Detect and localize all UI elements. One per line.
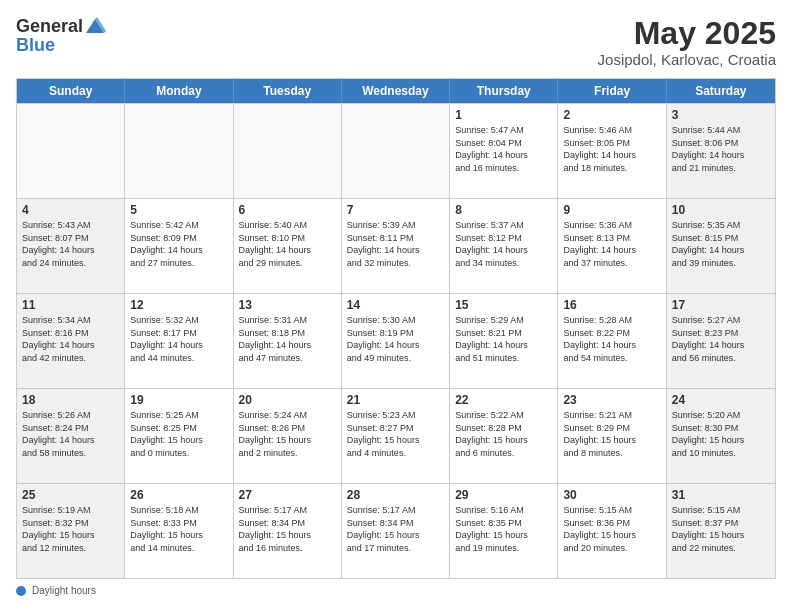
cell-text: Sunrise: 5:46 AMSunset: 8:05 PMDaylight:… bbox=[563, 124, 660, 174]
day-number: 30 bbox=[563, 488, 660, 502]
cell-text: Sunrise: 5:21 AMSunset: 8:29 PMDaylight:… bbox=[563, 409, 660, 459]
day-number: 10 bbox=[672, 203, 770, 217]
header-cell-friday: Friday bbox=[558, 79, 666, 103]
calendar-cell: 24Sunrise: 5:20 AMSunset: 8:30 PMDayligh… bbox=[667, 389, 775, 483]
title-section: May 2025 Josipdol, Karlovac, Croatia bbox=[598, 16, 776, 68]
cell-text: Sunrise: 5:18 AMSunset: 8:33 PMDaylight:… bbox=[130, 504, 227, 554]
footer: Daylight hours bbox=[16, 585, 776, 596]
calendar-cell: 5Sunrise: 5:42 AMSunset: 8:09 PMDaylight… bbox=[125, 199, 233, 293]
calendar-cell: 20Sunrise: 5:24 AMSunset: 8:26 PMDayligh… bbox=[234, 389, 342, 483]
day-number: 24 bbox=[672, 393, 770, 407]
calendar-cell: 15Sunrise: 5:29 AMSunset: 8:21 PMDayligh… bbox=[450, 294, 558, 388]
logo-blue-text: Blue bbox=[16, 35, 106, 56]
calendar-cell: 11Sunrise: 5:34 AMSunset: 8:16 PMDayligh… bbox=[17, 294, 125, 388]
cell-text: Sunrise: 5:17 AMSunset: 8:34 PMDaylight:… bbox=[239, 504, 336, 554]
day-number: 31 bbox=[672, 488, 770, 502]
day-number: 9 bbox=[563, 203, 660, 217]
day-number: 27 bbox=[239, 488, 336, 502]
calendar-cell: 8Sunrise: 5:37 AMSunset: 8:12 PMDaylight… bbox=[450, 199, 558, 293]
cell-text: Sunrise: 5:27 AMSunset: 8:23 PMDaylight:… bbox=[672, 314, 770, 364]
day-number: 23 bbox=[563, 393, 660, 407]
day-number: 14 bbox=[347, 298, 444, 312]
cell-text: Sunrise: 5:36 AMSunset: 8:13 PMDaylight:… bbox=[563, 219, 660, 269]
calendar-row-1: 1Sunrise: 5:47 AMSunset: 8:04 PMDaylight… bbox=[17, 103, 775, 198]
calendar-row-2: 4Sunrise: 5:43 AMSunset: 8:07 PMDaylight… bbox=[17, 198, 775, 293]
day-number: 3 bbox=[672, 108, 770, 122]
location: Josipdol, Karlovac, Croatia bbox=[598, 51, 776, 68]
calendar-cell: 30Sunrise: 5:15 AMSunset: 8:36 PMDayligh… bbox=[558, 484, 666, 578]
cell-text: Sunrise: 5:47 AMSunset: 8:04 PMDaylight:… bbox=[455, 124, 552, 174]
cell-text: Sunrise: 5:20 AMSunset: 8:30 PMDaylight:… bbox=[672, 409, 770, 459]
calendar-cell bbox=[125, 104, 233, 198]
day-number: 26 bbox=[130, 488, 227, 502]
day-number: 1 bbox=[455, 108, 552, 122]
cell-text: Sunrise: 5:15 AMSunset: 8:36 PMDaylight:… bbox=[563, 504, 660, 554]
cell-text: Sunrise: 5:34 AMSunset: 8:16 PMDaylight:… bbox=[22, 314, 119, 364]
day-number: 22 bbox=[455, 393, 552, 407]
day-number: 29 bbox=[455, 488, 552, 502]
cell-text: Sunrise: 5:28 AMSunset: 8:22 PMDaylight:… bbox=[563, 314, 660, 364]
calendar-cell: 28Sunrise: 5:17 AMSunset: 8:34 PMDayligh… bbox=[342, 484, 450, 578]
calendar-cell: 7Sunrise: 5:39 AMSunset: 8:11 PMDaylight… bbox=[342, 199, 450, 293]
calendar-cell: 27Sunrise: 5:17 AMSunset: 8:34 PMDayligh… bbox=[234, 484, 342, 578]
calendar-cell: 13Sunrise: 5:31 AMSunset: 8:18 PMDayligh… bbox=[234, 294, 342, 388]
footer-label: Daylight hours bbox=[32, 585, 96, 596]
calendar-cell: 19Sunrise: 5:25 AMSunset: 8:25 PMDayligh… bbox=[125, 389, 233, 483]
header-cell-saturday: Saturday bbox=[667, 79, 775, 103]
day-number: 6 bbox=[239, 203, 336, 217]
calendar-cell: 25Sunrise: 5:19 AMSunset: 8:32 PMDayligh… bbox=[17, 484, 125, 578]
day-number: 15 bbox=[455, 298, 552, 312]
calendar-cell: 12Sunrise: 5:32 AMSunset: 8:17 PMDayligh… bbox=[125, 294, 233, 388]
cell-text: Sunrise: 5:32 AMSunset: 8:17 PMDaylight:… bbox=[130, 314, 227, 364]
day-number: 18 bbox=[22, 393, 119, 407]
header: General Blue May 2025 Josipdol, Karlovac… bbox=[16, 16, 776, 68]
cell-text: Sunrise: 5:39 AMSunset: 8:11 PMDaylight:… bbox=[347, 219, 444, 269]
cell-text: Sunrise: 5:42 AMSunset: 8:09 PMDaylight:… bbox=[130, 219, 227, 269]
calendar-cell: 21Sunrise: 5:23 AMSunset: 8:27 PMDayligh… bbox=[342, 389, 450, 483]
day-number: 19 bbox=[130, 393, 227, 407]
cell-text: Sunrise: 5:25 AMSunset: 8:25 PMDaylight:… bbox=[130, 409, 227, 459]
calendar-cell bbox=[342, 104, 450, 198]
calendar-row-5: 25Sunrise: 5:19 AMSunset: 8:32 PMDayligh… bbox=[17, 483, 775, 578]
logo-general-text: General bbox=[16, 16, 83, 37]
calendar-cell: 16Sunrise: 5:28 AMSunset: 8:22 PMDayligh… bbox=[558, 294, 666, 388]
cell-text: Sunrise: 5:15 AMSunset: 8:37 PMDaylight:… bbox=[672, 504, 770, 554]
logo-icon bbox=[84, 17, 106, 35]
calendar-cell: 22Sunrise: 5:22 AMSunset: 8:28 PMDayligh… bbox=[450, 389, 558, 483]
cell-text: Sunrise: 5:16 AMSunset: 8:35 PMDaylight:… bbox=[455, 504, 552, 554]
calendar-cell: 17Sunrise: 5:27 AMSunset: 8:23 PMDayligh… bbox=[667, 294, 775, 388]
day-number: 21 bbox=[347, 393, 444, 407]
cell-text: Sunrise: 5:26 AMSunset: 8:24 PMDaylight:… bbox=[22, 409, 119, 459]
header-cell-sunday: Sunday bbox=[17, 79, 125, 103]
calendar-cell: 4Sunrise: 5:43 AMSunset: 8:07 PMDaylight… bbox=[17, 199, 125, 293]
day-number: 4 bbox=[22, 203, 119, 217]
day-number: 5 bbox=[130, 203, 227, 217]
calendar: SundayMondayTuesdayWednesdayThursdayFrid… bbox=[16, 78, 776, 579]
cell-text: Sunrise: 5:19 AMSunset: 8:32 PMDaylight:… bbox=[22, 504, 119, 554]
calendar-cell: 31Sunrise: 5:15 AMSunset: 8:37 PMDayligh… bbox=[667, 484, 775, 578]
cell-text: Sunrise: 5:37 AMSunset: 8:12 PMDaylight:… bbox=[455, 219, 552, 269]
cell-text: Sunrise: 5:23 AMSunset: 8:27 PMDaylight:… bbox=[347, 409, 444, 459]
calendar-cell: 9Sunrise: 5:36 AMSunset: 8:13 PMDaylight… bbox=[558, 199, 666, 293]
cell-text: Sunrise: 5:22 AMSunset: 8:28 PMDaylight:… bbox=[455, 409, 552, 459]
cell-text: Sunrise: 5:24 AMSunset: 8:26 PMDaylight:… bbox=[239, 409, 336, 459]
cell-text: Sunrise: 5:35 AMSunset: 8:15 PMDaylight:… bbox=[672, 219, 770, 269]
calendar-cell: 10Sunrise: 5:35 AMSunset: 8:15 PMDayligh… bbox=[667, 199, 775, 293]
calendar-cell: 14Sunrise: 5:30 AMSunset: 8:19 PMDayligh… bbox=[342, 294, 450, 388]
calendar-cell: 29Sunrise: 5:16 AMSunset: 8:35 PMDayligh… bbox=[450, 484, 558, 578]
footer-dot bbox=[16, 586, 26, 596]
logo: General Blue bbox=[16, 16, 106, 56]
calendar-cell: 23Sunrise: 5:21 AMSunset: 8:29 PMDayligh… bbox=[558, 389, 666, 483]
header-cell-tuesday: Tuesday bbox=[234, 79, 342, 103]
cell-text: Sunrise: 5:44 AMSunset: 8:06 PMDaylight:… bbox=[672, 124, 770, 174]
day-number: 13 bbox=[239, 298, 336, 312]
day-number: 7 bbox=[347, 203, 444, 217]
calendar-cell: 26Sunrise: 5:18 AMSunset: 8:33 PMDayligh… bbox=[125, 484, 233, 578]
cell-text: Sunrise: 5:43 AMSunset: 8:07 PMDaylight:… bbox=[22, 219, 119, 269]
calendar-cell: 3Sunrise: 5:44 AMSunset: 8:06 PMDaylight… bbox=[667, 104, 775, 198]
day-number: 28 bbox=[347, 488, 444, 502]
header-cell-wednesday: Wednesday bbox=[342, 79, 450, 103]
day-number: 16 bbox=[563, 298, 660, 312]
page: General Blue May 2025 Josipdol, Karlovac… bbox=[0, 0, 792, 612]
day-number: 20 bbox=[239, 393, 336, 407]
